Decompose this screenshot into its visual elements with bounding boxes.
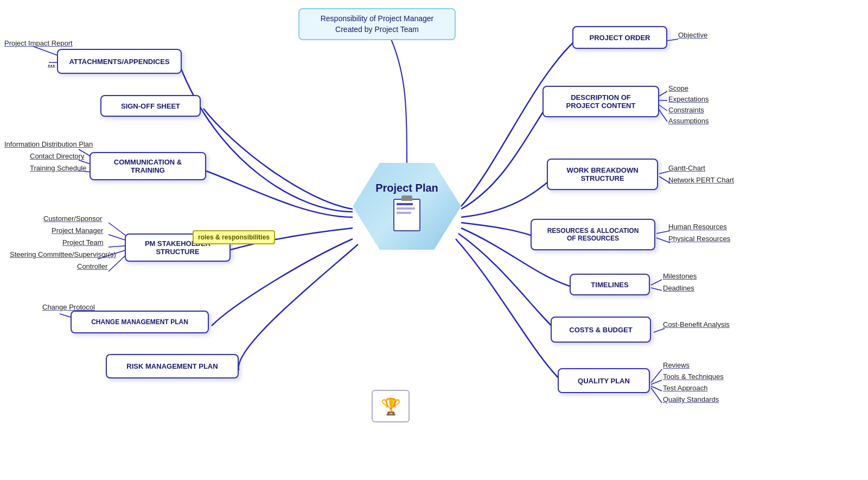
attachments-node[interactable]: ATTACHMENTS/APPENDICES [57,49,182,74]
steering-leaf: Steering Committee/Supervisor(s) [10,250,116,258]
milestones-leaf: Milestones [663,272,697,280]
resources-node[interactable]: RESOURCES & ALLOCATIONOF RESOURCES [531,219,655,250]
clipboard-line-1 [397,203,413,205]
svg-line-13 [651,380,662,384]
center-title: Project Plan [375,182,438,194]
comm-node[interactable]: COMMUNICATION &TRAINING [90,152,206,180]
svg-line-10 [651,288,662,290]
costs-node[interactable]: COSTS & BUDGET [551,317,651,343]
info-dist-leaf: Information Distribution Plan [4,140,93,148]
quality-std-leaf: Quality Standards [663,395,719,403]
signoff-node[interactable]: SIGN-OFF SHEET [100,95,201,117]
timelines-node[interactable]: TIMELINES [570,274,650,295]
desc-label: DESCRIPTION OFPROJECT CONTENT [566,93,636,110]
scope-leaf: Scope [668,84,688,92]
expectations-leaf: Expectations [668,95,709,103]
wbs-node[interactable]: WORK BREAKDOWNSTRUCTURE [547,159,658,190]
project-impact-leaf: Project Impact Report [4,39,73,47]
svg-line-7 [656,231,670,233]
comm-label: COMMUNICATION &TRAINING [114,158,182,174]
svg-line-11 [654,329,665,332]
customer-sponsor-leaf: Customer/Sponsor [43,214,102,223]
constraints-leaf: Constraints [668,106,704,114]
costs-label: COSTS & BUDGET [569,326,632,334]
pert-leaf: Network PERT Chart [668,176,734,184]
center-node: Project Plan [353,163,461,250]
trophy-icon-box: 🏆 [372,390,410,422]
proj-manager-leaf: Project Manager [52,226,103,235]
tools-tech-leaf: Tools & Techniques [663,372,724,381]
timelines-label: TIMELINES [591,281,628,289]
quality-node[interactable]: QUALITY PLAN [558,368,650,393]
wbs-label: WORK BREAKDOWNSTRUCTURE [566,166,638,182]
proj-team-leaf: Project Team [62,238,104,247]
contact-dir-leaf: Contact Directory [30,152,84,160]
clipboard-icon [393,199,420,231]
risk-label: RISK MANAGEMENT PLAN [126,362,218,370]
resources-label: RESOURCES & ALLOCATIONOF RESOURCES [547,227,639,242]
controller-leaf: Controller [77,262,107,270]
test-approach-leaf: Test Approach [663,384,707,392]
roles-badge-text: roles & responsibilities [198,233,270,241]
trophy-icon: 🏆 [381,397,401,416]
quality-label: QUALITY PLAN [578,377,630,385]
attachments-label: ATTACHMENTS/APPENDICES [69,58,169,66]
training-sched-leaf: Training Schedule [30,164,86,172]
reviews-leaf: Reviews [663,361,690,369]
clipboard-line-3 [397,212,411,214]
change-node[interactable]: CHANGE MANAGEMENT PLAN [71,311,209,333]
project-order-node[interactable]: PROJECT ORDER [572,26,667,49]
ellipsis-leaf: ... [48,59,55,68]
responsibility-node: Responsibility of Project ManagerCreated… [298,8,456,40]
cost-benefit-leaf: Cost-Benefit Analysis [663,320,730,329]
gantt-leaf: Gantt-Chart [668,164,705,172]
risk-node[interactable]: RISK MANAGEMENT PLAN [106,354,239,378]
svg-line-14 [651,386,662,391]
roles-badge: roles & responsibilities [193,230,275,244]
assumptions-leaf: Assumptions [668,117,709,125]
svg-line-0 [667,39,678,41]
clipboard-line-2 [397,207,415,210]
svg-line-12 [651,369,662,383]
project-order-label: PROJECT ORDER [590,34,650,42]
desc-node[interactable]: DESCRIPTION OFPROJECT CONTENT [542,86,659,117]
svg-line-9 [651,280,662,285]
change-protocol-leaf: Change Protocol [42,303,95,311]
signoff-label: SIGN-OFF SHEET [121,102,180,110]
change-label: CHANGE MANAGEMENT PLAN [91,318,188,326]
physical-res-leaf: Physical Resources [668,235,730,243]
responsibility-text: Responsibility of Project ManagerCreated… [321,14,434,34]
objective-leaf: Objective [678,31,707,39]
svg-line-15 [651,388,662,403]
deadlines-leaf: Deadlines [663,284,694,292]
human-res-leaf: Human Resources [668,223,727,231]
